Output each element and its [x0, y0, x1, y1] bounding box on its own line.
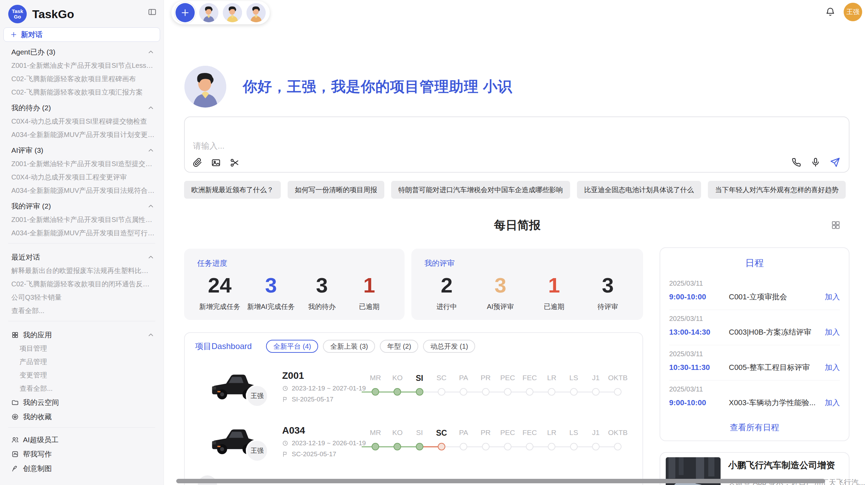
sidebar-item-ai-super-staff[interactable]: AI超级员工	[11, 433, 155, 447]
agent-avatar-1[interactable]	[199, 3, 218, 22]
user-avatar[interactable]: 王强	[844, 3, 862, 21]
milestone-dot-J1[interactable]	[592, 443, 600, 450]
milestone-dot-SI[interactable]	[416, 388, 423, 396]
composer-input[interactable]: 请输入...	[193, 140, 225, 151]
app-sub-item[interactable]: 产品管理	[11, 355, 155, 369]
recent-chat-item[interactable]: C02-飞腾新能源轻客改款项目的闭环通告反馈情况	[11, 277, 155, 291]
attach-file-icon[interactable]	[192, 158, 203, 168]
chevron-up-icon[interactable]	[147, 48, 155, 56]
dashboard-tab-2[interactable]: 年型 (2)	[380, 340, 418, 353]
milestone-dot-PA[interactable]	[460, 388, 467, 396]
view-all-schedule-link[interactable]: 查看所有日程	[660, 422, 849, 433]
task-list-item[interactable]: A034-全新新能源MUV产品开发项目计划变更表编写	[11, 128, 155, 141]
stat-item: 1 已逾期	[349, 273, 389, 311]
tools-section: AI超级员工 帮我写作 创意制图	[0, 431, 164, 476]
recent-chat-item[interactable]: 解释最新出台的欧盟报废车法规再生塑料比例被调至15%...	[11, 264, 155, 277]
section-header-2[interactable]: AI评审 (3)	[11, 144, 155, 157]
suggestion-chip[interactable]: 欧洲新规最近颁布了什么？	[184, 181, 281, 199]
project-row-A034[interactable]: 王强 A034 2023-12-19 ~ 2026-01-19 SC-2025-…	[185, 420, 642, 474]
insert-image-icon[interactable]	[211, 158, 221, 168]
collapse-sidebar-icon[interactable]	[148, 8, 157, 16]
apps-view-all-link[interactable]: 查看全部...	[11, 382, 155, 395]
task-list-item[interactable]: C0X4-动力总成开发项目SI里程碑提交物检查	[11, 115, 155, 128]
milestone-dot-FEC[interactable]	[526, 443, 533, 450]
recent-chats-header[interactable]: 最近对话	[11, 250, 155, 264]
task-list-item[interactable]: Z001-全新燃油轻卡产品开发项目SI造型提交物评审	[11, 157, 155, 171]
suggestion-chip[interactable]: 特朗普可能对进口汽车增税会对中国车企造成哪些影响	[391, 181, 570, 199]
sidebar-item-cloud-space[interactable]: 我的云空间	[11, 395, 155, 410]
milestone-label-SI: SI	[416, 374, 423, 383]
milestone-dot-PR[interactable]	[482, 443, 490, 450]
stat-item: 1 已逾期	[534, 273, 574, 311]
recent-view-all-link[interactable]: 查看全部...	[11, 304, 155, 318]
chevron-up-icon[interactable]	[147, 202, 155, 210]
milestone-dot-FEC[interactable]	[526, 388, 533, 396]
task-list-item[interactable]: A034-全新新能源MUV产品开发项目法规符合性评审	[11, 184, 155, 197]
flag-icon	[282, 451, 288, 457]
event-join-link[interactable]: 加入	[821, 292, 840, 302]
app-sub-item[interactable]: 项目管理	[11, 342, 155, 355]
suggestion-chip[interactable]: 比亚迪全固态电池计划具体说了什么	[577, 181, 701, 199]
voice-call-icon[interactable]	[791, 157, 801, 167]
milestone-dot-SI[interactable]	[416, 443, 423, 450]
dashboard-tab-0[interactable]: 全新平台 (4)	[266, 340, 318, 353]
milestone-dot-OKTB[interactable]	[614, 443, 622, 450]
section-header-1[interactable]: 我的待办 (2)	[11, 101, 155, 115]
task-list-item[interactable]: C02-飞腾新能源轻客改款项目里程碑画布	[11, 72, 155, 86]
milestone-dot-PEC[interactable]	[504, 443, 511, 450]
my-apps-header[interactable]: 我的应用	[11, 328, 155, 342]
send-icon[interactable]	[830, 157, 841, 168]
task-list-item[interactable]: Z001-全新燃油轻卡产品开发项目SI节点属性5D文件评审	[11, 213, 155, 226]
milestone-dot-LS[interactable]	[570, 388, 578, 396]
message-composer[interactable]: 请输入...	[184, 116, 849, 173]
agent-avatar-3[interactable]	[246, 3, 266, 22]
milestone-dot-PR[interactable]	[482, 388, 490, 396]
milestone-dot-PA[interactable]	[460, 443, 467, 450]
screenshot-scissors-icon[interactable]	[229, 158, 240, 168]
task-list-item[interactable]: C0X4-动力总成开发项目工程变更评审	[11, 171, 155, 184]
recent-chat-item[interactable]: 公司Q3轻卡销量	[11, 291, 155, 304]
notification-bell-icon[interactable]	[825, 7, 835, 17]
suggestion-chip[interactable]: 如何写一份清晰的项目周报	[288, 181, 384, 199]
milestone-dot-PEC[interactable]	[504, 388, 511, 396]
section-header-0[interactable]: Agent已办 (3)	[11, 45, 155, 59]
milestone-dot-KO[interactable]	[394, 388, 401, 396]
sidebar-item-favorites[interactable]: 我的收藏	[11, 410, 155, 424]
suggestion-chip[interactable]: 当下年轻人对汽车外观有怎样的喜好趋势	[708, 181, 846, 199]
agent-avatar-2[interactable]	[223, 3, 242, 22]
milestone-dot-KO[interactable]	[394, 443, 401, 450]
add-agent-button[interactable]	[176, 3, 195, 22]
milestone-dot-SC[interactable]	[438, 443, 445, 450]
dashboard-tab-1[interactable]: 全新上装 (3)	[323, 340, 375, 353]
event-join-link[interactable]: 加入	[821, 327, 840, 337]
chevron-up-icon[interactable]	[147, 104, 155, 112]
task-list-item[interactable]: C02-飞腾新能源轻客改款项目立项汇报方案	[11, 86, 155, 99]
app-sub-item[interactable]: 变更管理	[11, 369, 155, 382]
layout-grid-icon[interactable]	[831, 220, 841, 230]
milestone-dot-LS[interactable]	[570, 443, 578, 450]
dashboard-title: 项目Dashboard	[195, 341, 252, 352]
milestone-dot-MR[interactable]	[372, 388, 379, 396]
milestone-dot-MR[interactable]	[372, 443, 379, 450]
project-row-Z001[interactable]: 王强 Z001 2023-12-19 ~ 2027-01-19 SI-2025-…	[185, 365, 642, 419]
person-illustration	[199, 3, 218, 22]
task-list-item[interactable]: Z001-全新燃油皮卡产品开发项目SI节点Lesson Learn报告	[11, 59, 155, 72]
horizontal-scrollbar[interactable]	[176, 479, 825, 483]
milestone-dot-J1[interactable]	[592, 388, 600, 396]
chevron-up-icon[interactable]	[147, 331, 155, 339]
milestone-dot-LR[interactable]	[548, 443, 555, 450]
event-join-link[interactable]: 加入	[821, 362, 840, 373]
new-chat-button[interactable]: 新对话	[3, 27, 160, 42]
milestone-dot-LR[interactable]	[548, 388, 555, 396]
task-list-item[interactable]: A034-全新新能源MUV产品开发项目造型可行性评审	[11, 226, 155, 240]
dashboard-tab-3[interactable]: 动总开发 (1)	[423, 340, 475, 353]
milestone-dot-OKTB[interactable]	[614, 388, 622, 396]
section-header-3[interactable]: 我的评审 (2)	[11, 199, 155, 213]
event-join-link[interactable]: 加入	[821, 398, 840, 408]
milestone-dot-SC[interactable]	[438, 388, 445, 396]
sidebar-item-help-me-write[interactable]: 帮我写作	[11, 447, 155, 461]
chevron-up-icon[interactable]	[147, 147, 155, 154]
microphone-icon[interactable]	[810, 157, 821, 167]
sidebar-item-creative-drawing[interactable]: 创意制图	[11, 461, 155, 476]
chevron-up-icon[interactable]	[147, 253, 155, 261]
